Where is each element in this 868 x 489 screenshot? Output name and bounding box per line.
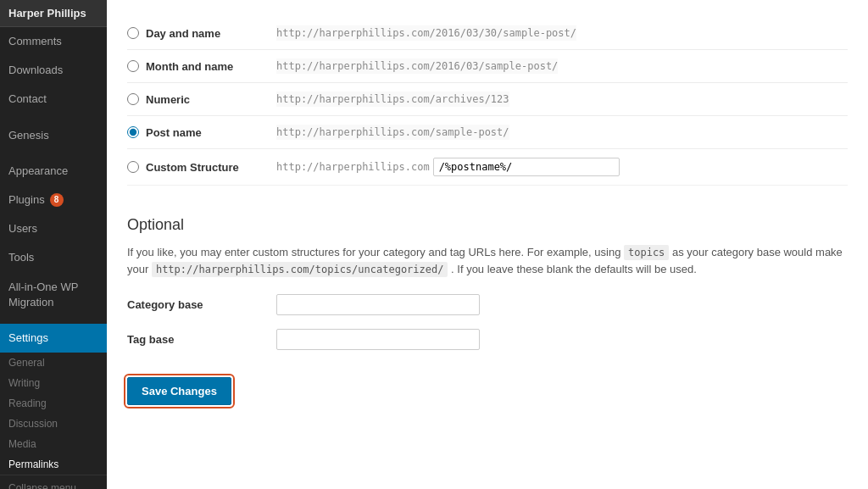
- sidebar-sub-permalinks[interactable]: Permalinks: [0, 454, 107, 475]
- permalink-radio-custom[interactable]: [127, 161, 139, 173]
- permalink-row-day-name: Day and name http://harperphillips.com/2…: [127, 17, 848, 50]
- save-changes-button[interactable]: Save Changes: [127, 377, 231, 405]
- permalink-label-post-name[interactable]: Post name: [127, 126, 263, 139]
- topics-code: topics: [624, 245, 669, 260]
- permalink-label-month-name[interactable]: Month and name: [127, 60, 263, 73]
- sidebar-item-plugins[interactable]: Plugins 8: [0, 186, 107, 214]
- sidebar-item-downloads[interactable]: Downloads: [0, 56, 107, 85]
- sidebar-item-migration[interactable]: All-in-One WP Migration: [0, 273, 107, 317]
- permalink-radio-month-name[interactable]: [127, 60, 139, 72]
- sidebar-sub-writing[interactable]: Writing: [0, 373, 107, 393]
- custom-structure-input[interactable]: [433, 158, 620, 176]
- permalink-row-month-name: Month and name http://harperphillips.com…: [127, 50, 848, 83]
- sidebar-sub-discussion[interactable]: Discussion: [0, 414, 107, 434]
- sidebar-item-tools[interactable]: Tools: [0, 243, 107, 272]
- permalink-row-custom: Custom Structure http://harperphillips.c…: [127, 149, 848, 186]
- permalink-label-custom[interactable]: Custom Structure: [127, 161, 263, 174]
- sidebar: Harper Phillips Comments Downloads Conta…: [0, 0, 107, 489]
- content-area: Day and name http://harperphillips.com/2…: [107, 0, 868, 489]
- permalink-row-post-name: Post name http://harperphillips.com/samp…: [127, 116, 848, 149]
- category-base-input[interactable]: [276, 294, 480, 315]
- permalink-label-numeric[interactable]: Numeric: [127, 93, 263, 106]
- save-row: Save Changes: [127, 364, 848, 405]
- custom-structure-group: http://harperphillips.com: [276, 158, 620, 176]
- tag-base-label: Tag base: [127, 333, 263, 346]
- main-content: Day and name http://harperphillips.com/2…: [107, 0, 868, 489]
- sidebar-item-comments[interactable]: Comments: [0, 27, 107, 56]
- sidebar-item-settings[interactable]: Settings: [0, 324, 107, 353]
- plugins-badge: 8: [50, 193, 64, 207]
- sidebar-item-contact[interactable]: Contact: [0, 85, 107, 114]
- collapse-menu-item[interactable]: Collapse menu: [0, 475, 107, 489]
- topics-url-code: http://harperphillips.com/topics/uncateg…: [152, 262, 448, 277]
- permalink-url-numeric: http://harperphillips.com/archives/123: [276, 92, 509, 107]
- permalink-url-day-name: http://harperphillips.com/2016/03/30/sam…: [276, 25, 576, 41]
- sidebar-item-appearance[interactable]: Appearance: [0, 157, 107, 186]
- permalink-url-post-name: http://harperphillips.com/sample-post/: [276, 125, 509, 140]
- sidebar-sub-general[interactable]: General: [0, 353, 107, 373]
- sidebar-item-genesis[interactable]: Genesis: [0, 121, 107, 150]
- category-base-row: Category base: [127, 294, 848, 315]
- sidebar-sub-media[interactable]: Media: [0, 434, 107, 454]
- tag-base-input[interactable]: [276, 329, 480, 350]
- sidebar-header: Harper Phillips: [0, 0, 107, 27]
- optional-description: If you like, you may enter custom struct…: [127, 244, 848, 277]
- sidebar-item-users[interactable]: Users: [0, 214, 107, 243]
- optional-title: Optional: [127, 216, 848, 234]
- category-base-label: Category base: [127, 298, 263, 311]
- permalink-label-day-name[interactable]: Day and name: [127, 27, 263, 40]
- permalink-row-numeric: Numeric http://harperphillips.com/archiv…: [127, 83, 848, 116]
- plugins-label: Plugins: [8, 192, 45, 208]
- permalink-radio-numeric[interactable]: [127, 93, 139, 105]
- tag-base-row: Tag base: [127, 329, 848, 350]
- optional-section: Optional If you like, you may enter cust…: [127, 203, 848, 419]
- permalink-radio-post-name[interactable]: [127, 126, 139, 138]
- permalink-url-month-name: http://harperphillips.com/2016/03/sample…: [276, 58, 558, 74]
- permalink-radio-day-name[interactable]: [127, 27, 139, 39]
- custom-url-prefix: http://harperphillips.com: [276, 161, 430, 173]
- sidebar-sub-reading[interactable]: Reading: [0, 393, 107, 414]
